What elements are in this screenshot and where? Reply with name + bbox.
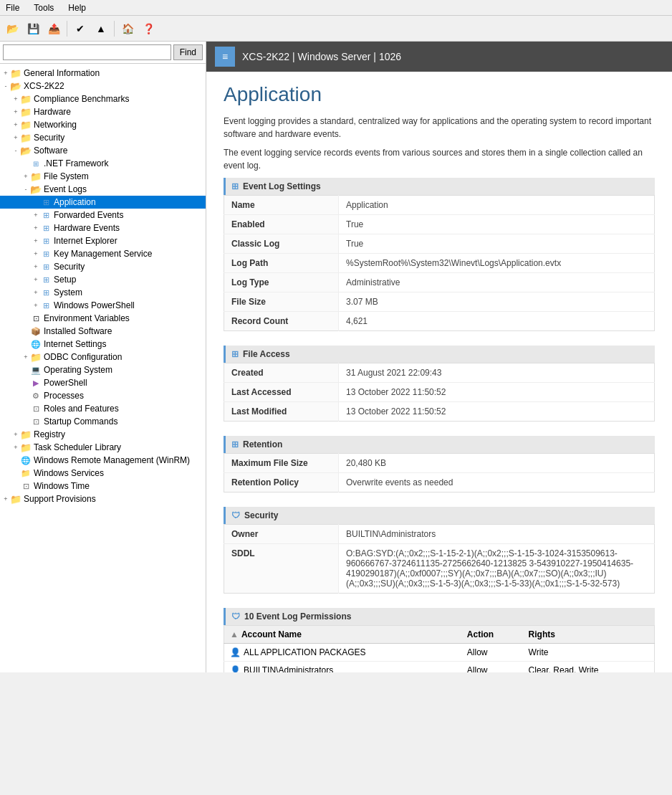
tree-toggle-hardware-events[interactable]: + <box>32 224 40 232</box>
tree-label-env-vars: Environment Variables <box>44 313 130 323</box>
menu-file[interactable]: File <box>3 3 22 13</box>
tree-item-software-main[interactable]: -📂Software <box>0 144 206 157</box>
tree-icon-support: 📁 <box>10 493 21 505</box>
menu-help[interactable]: Help <box>65 3 89 13</box>
security-table: OwnerBUILTIN\AdministratorsSDDLO:BAG:SYD… <box>224 524 655 594</box>
tree-toggle-compliance[interactable]: + <box>11 95 20 103</box>
tree-label-task-scheduler: Task Scheduler Library <box>34 442 121 452</box>
tree-label-startup: Startup Commands <box>44 416 117 427</box>
tree-toggle-winpowershell[interactable]: + <box>32 302 40 309</box>
tree-item-filesystem[interactable]: +📁File System <box>0 170 206 183</box>
tree-label-roles: Roles and Features <box>44 404 119 414</box>
tree-item-winrm[interactable]: 🌐Windows Remote Management (WinRM) <box>0 454 206 467</box>
tree-item-win-services[interactable]: 📁Windows Services <box>0 467 206 480</box>
tree-icon-hardware-events: ⊞ <box>40 222 52 234</box>
tree-toggle-system[interactable]: + <box>32 289 40 296</box>
table-row: Classic LogTrue <box>224 234 655 254</box>
tree-item-networking[interactable]: +📁Networking <box>0 118 206 131</box>
tree-item-system[interactable]: +⊞System <box>0 286 206 299</box>
tree-item-internet-settings[interactable]: 🌐Internet Settings <box>0 338 206 351</box>
toolbar-check-btn[interactable]: ✔ <box>71 19 90 38</box>
tree-toggle-eventlogs[interactable]: - <box>21 186 30 193</box>
tree-icon-security-sub: ⊞ <box>40 261 52 272</box>
tree-item-hardware-events[interactable]: +⊞Hardware Events <box>0 222 206 234</box>
tree-toggle-kms[interactable]: + <box>32 250 40 257</box>
tree-item-hardware[interactable]: +📁Hardware <box>0 105 206 118</box>
section-title-file-access: File Access <box>243 349 290 359</box>
tree-item-task-scheduler[interactable]: +📁Task Scheduler Library <box>0 441 206 454</box>
tree-icon-system: ⊞ <box>40 287 52 298</box>
toolbar-help-btn[interactable]: ❓ <box>139 19 158 38</box>
tree-toggle-xcs-2k22[interactable]: - <box>1 82 10 90</box>
menu-tools[interactable]: Tools <box>31 3 57 13</box>
table-row: Last Accessed13 October 2022 11:50:52 <box>224 383 655 402</box>
perm-rights: Clear, Read, Write <box>523 662 655 673</box>
tree-toggle-forwarded[interactable]: + <box>32 211 40 219</box>
tree-item-general-info[interactable]: +📁General Information <box>0 67 206 80</box>
event-log-icon: ⊞ <box>231 181 239 191</box>
toolbar-home-btn[interactable]: 🏠 <box>118 19 137 38</box>
tree-item-winpowershell[interactable]: +⊞Windows PowerShell <box>0 299 206 312</box>
tree-icon-security-main: 📁 <box>20 132 32 143</box>
row-label: Classic Log <box>224 234 339 254</box>
tree-item-os[interactable]: 💻Operating System <box>0 363 206 376</box>
row-label: Enabled <box>224 215 339 234</box>
toolbar-save-btn[interactable]: 💾 <box>24 19 42 38</box>
tree-item-registry[interactable]: +📁Registry <box>0 428 206 441</box>
tree-toggle-registry[interactable]: + <box>11 431 20 438</box>
tree-item-dotnet[interactable]: ⊞.NET Framework <box>0 157 206 170</box>
tree-item-eventlogs[interactable]: -📂Event Logs <box>0 183 206 196</box>
tree-item-application[interactable]: ⊞Application <box>0 196 206 209</box>
tree-item-compliance[interactable]: +📁Compliance Benchmarks <box>0 92 206 105</box>
toolbar-up-btn[interactable]: ▲ <box>92 19 110 38</box>
section-header-permissions: 🛡 10 Event Log Permissions <box>224 608 655 625</box>
tree-item-win-time[interactable]: ⊡Windows Time <box>0 480 206 492</box>
tree-item-forwarded[interactable]: +⊞Forwarded Events <box>0 209 206 222</box>
tree-item-security-sub[interactable]: +⊞Security <box>0 260 206 273</box>
tree-item-setup[interactable]: +⊞Setup <box>0 273 206 286</box>
tree-item-roles[interactable]: ⊡Roles and Features <box>0 402 206 415</box>
header-bar: ≡ XCS-2K22 | Windows Server | 1026 <box>206 42 672 72</box>
tree-item-xcs-2k22[interactable]: -📂XCS-2K22 <box>0 80 206 92</box>
tree-toggle-security-main[interactable]: + <box>11 134 20 141</box>
tree-toggle-software-main[interactable]: - <box>11 147 20 154</box>
tree-toggle-general-info[interactable]: + <box>1 70 10 77</box>
tree-item-security-main[interactable]: +📁Security <box>0 131 206 144</box>
tree-toggle-hardware[interactable]: + <box>11 108 20 115</box>
tree-item-startup[interactable]: ⊡Startup Commands <box>0 415 206 428</box>
row-label: Log Path <box>224 254 339 273</box>
tree-toggle-setup[interactable]: + <box>32 276 40 283</box>
section-file-access: ⊞ File Access Created31 August 2021 22:0… <box>224 346 655 422</box>
row-value: Overwrite events as needed <box>339 473 655 492</box>
tree-toggle-task-scheduler[interactable]: + <box>11 444 20 451</box>
tree-label-forwarded: Forwarded Events <box>54 210 123 220</box>
tree-toggle-networking[interactable]: + <box>11 121 20 128</box>
search-input[interactable] <box>3 44 171 60</box>
tree-item-ie[interactable]: +⊞Internet Explorer <box>0 234 206 247</box>
tree-item-odbc[interactable]: +📁ODBC Configuration <box>0 351 206 363</box>
tree-item-support[interactable]: +📁Support Provisions <box>0 492 206 505</box>
find-button[interactable]: Find <box>173 44 203 60</box>
toolbar-export-btn[interactable]: 📤 <box>44 19 63 38</box>
tree-item-kms[interactable]: +⊞Key Management Service <box>0 247 206 260</box>
row-value: %SystemRoot%\System32\Winevt\Logs\Applic… <box>339 254 655 273</box>
file-access-table: Created31 August 2021 22:09:43Last Acces… <box>224 363 655 422</box>
section-title-security: Security <box>244 510 278 520</box>
toolbar-open-btn[interactable]: 📂 <box>3 19 21 38</box>
tree-icon-env-vars: ⊡ <box>30 313 42 324</box>
tree-item-processes[interactable]: ⚙Processes <box>0 389 206 402</box>
tree-item-env-vars[interactable]: ⊡Environment Variables <box>0 312 206 325</box>
row-label: File Size <box>224 292 339 312</box>
tree-toggle-security-sub[interactable]: + <box>32 263 40 270</box>
tree-toggle-ie[interactable]: + <box>32 237 40 244</box>
tree-label-kms: Key Management Service <box>54 249 152 259</box>
tree-toggle-support[interactable]: + <box>1 495 10 503</box>
tree-toggle-filesystem[interactable]: + <box>21 173 30 180</box>
tree-item-powershell[interactable]: ▶PowerShell <box>0 376 206 389</box>
tree-icon-networking: 📁 <box>20 119 32 130</box>
section-permissions: 🛡 10 Event Log Permissions ▲Account Name… <box>224 608 655 672</box>
tree-icon-roles: ⊡ <box>30 403 42 414</box>
perm-account: 👤ALL APPLICATION PACKAGES <box>224 644 461 662</box>
tree-toggle-odbc[interactable]: + <box>21 353 30 361</box>
tree-item-installed-sw[interactable]: 📦Installed Software <box>0 325 206 338</box>
